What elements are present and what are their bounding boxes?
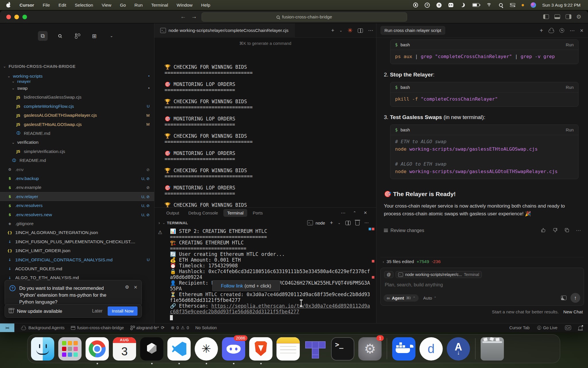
attach-image-icon[interactable] (561, 296, 566, 300)
tree-item-readme-md[interactable]: ⓘREADME.md (0, 156, 154, 165)
cloud-icon[interactable] (548, 29, 554, 33)
toast-close-icon[interactable]: × (134, 284, 138, 290)
battery-icon[interactable] (471, 2, 480, 8)
toggle-bottom-panel-icon[interactable] (554, 14, 560, 19)
tree-item--env-resolvers[interactable]: $.env.resolversU, ⊘ (0, 201, 154, 210)
context-chip-terminal[interactable]: >_ node working-scripts/relayer/c... Ter… (396, 271, 482, 278)
kill-terminal-icon[interactable] (355, 221, 359, 225)
shell-name[interactable]: node (316, 221, 325, 225)
panel-tab-output[interactable]: Output (163, 209, 183, 217)
tab-terminal-output[interactable]: >_ node working-scripts/relayer/complete… (154, 23, 295, 38)
editor-more-actions-icon[interactable]: ⋯ (368, 27, 373, 34)
split-editor-icon[interactable] (358, 28, 363, 33)
panel-more-icon[interactable]: ⋯ (341, 210, 345, 216)
warning-icon[interactable]: ⚠ (158, 229, 162, 235)
panel-tab-terminal[interactable]: Terminal (223, 209, 247, 217)
dock-app-discord[interactable]: 2086 (222, 337, 245, 361)
copilot-icon[interactable] (448, 2, 454, 8)
new-tab-icon[interactable]: + (331, 28, 334, 34)
dock-app-finder[interactable] (31, 337, 54, 361)
window-titlebar[interactable]: ← → fusion-cross-chain-bridge ⚙ (0, 11, 588, 23)
menu-item-run[interactable]: Run (130, 0, 147, 10)
thumbs-down-icon[interactable] (552, 227, 558, 233)
toggle-left-sidebar-icon[interactable] (543, 14, 549, 19)
tree-item-gaslessalgotoethswaprelayer-cjs[interactable]: JSgaslessALGOtoETHSwapRelayer.cjsM (0, 111, 154, 120)
new-chat-icon[interactable]: + (540, 27, 543, 34)
close-traffic-light[interactable] (6, 15, 11, 19)
thumbs-up-icon[interactable] (541, 227, 546, 233)
dock-app-settings[interactable]: ⚙1 (358, 337, 382, 361)
run-button[interactable]: Run (566, 85, 574, 90)
menu-item-help[interactable]: Help (197, 0, 214, 10)
panel-close-icon[interactable]: × (364, 210, 367, 216)
dock-app-docker[interactable] (392, 337, 415, 361)
spotlight-icon[interactable] (498, 2, 504, 8)
tree-item--env-resolvers-new[interactable]: $.env.resolvers.newU, ⊘ (0, 210, 154, 219)
notifications-bell-icon[interactable] (579, 326, 582, 330)
menu-item-edit[interactable]: Edit (54, 0, 71, 10)
problems-item[interactable]: ⊗0⚠0 (171, 325, 189, 330)
tree-item--env-backup[interactable]: $.env.backupU, ⊘ (0, 174, 154, 183)
model-selector[interactable]: Auto⌃ (423, 296, 436, 300)
tree-item--env-relayer[interactable]: $.env.relayerU, ⊘ (0, 192, 154, 201)
tree-item--gitignore[interactable]: ◈.gitignore (0, 219, 154, 228)
new-terminal-icon[interactable]: + (330, 220, 333, 226)
mention-chip[interactable]: @ (384, 271, 393, 278)
tree-item-simpleverification-cjs[interactable]: JSsimpleVerification.cjs (0, 147, 154, 156)
run-button[interactable]: Run (566, 127, 574, 132)
panel-maximize-icon[interactable]: ⌃ (353, 210, 356, 215)
editor-terminal-view[interactable]: ⌘K to generate a command 🏆 CHECKING FOR … (154, 38, 376, 207)
control-center-icon[interactable] (510, 2, 515, 8)
maximize-traffic-light[interactable] (22, 15, 27, 19)
install-now-button[interactable]: Install Now (108, 306, 138, 316)
chat-tab[interactable]: Run cross chain relayer script (380, 26, 445, 35)
toast-gear-icon[interactable]: ⚙ (125, 284, 129, 290)
background-agents-item[interactable]: Background Agents (21, 325, 65, 330)
tree-item-1inch-limit-order-json[interactable]: {}1INCH_LIMIT_ORDER.json (0, 246, 154, 255)
workspace-item[interactable]: fusion-cross-chain-bridge (71, 325, 124, 330)
terminal-more-icon[interactable]: ⋯ (364, 220, 369, 225)
go-live-item[interactable]: Go Live (537, 325, 558, 330)
update-toast[interactable]: New update available Later Install Now (5, 304, 142, 318)
chat-close-icon[interactable]: × (580, 27, 583, 34)
python-extension-toast[interactable]: ? Do you want to install the recommended… (5, 280, 142, 306)
menu-item-view[interactable]: View (97, 0, 115, 10)
chevron-down-icon[interactable]: ⌄ (107, 31, 117, 41)
back-icon[interactable]: ← (180, 13, 186, 20)
dock-app-launchpad[interactable] (58, 337, 82, 361)
dock-app-calendar[interactable]: AUG3 (113, 337, 136, 361)
terminal-dropdown-icon[interactable]: ⌄ (338, 221, 341, 225)
history-icon[interactable] (560, 28, 564, 33)
tree-item-gaslessethtoalgoswap-cjs[interactable]: JSgaslessETHtoALGOSwap.cjsM (0, 120, 154, 129)
record-icon[interactable] (413, 2, 418, 8)
code-block-body[interactable]: # ETH to ALGO swapnode working-scripts/s… (390, 135, 578, 179)
run-button[interactable]: Run (566, 42, 574, 47)
tree-item-swap[interactable]: ⌄swap• (0, 84, 154, 93)
later-button[interactable]: Later (92, 308, 102, 314)
remote-indicator[interactable]: >< (0, 323, 14, 332)
tree-item-verification[interactable]: ⌄verification (0, 138, 154, 147)
no-solution-item[interactable]: No Solution (195, 325, 217, 330)
tree-item--env[interactable]: ⚙.env⊘ (0, 165, 154, 174)
dock-app-tetris[interactable] (304, 337, 327, 361)
dock-app-terminal[interactable]: >_ (331, 337, 354, 361)
chat-conversation[interactable]: $bashRunps aux | grep "completeCrossChai… (384, 38, 581, 245)
tab-dropdown-icon[interactable]: ⌄ (339, 28, 342, 32)
panel-tab-debug-console[interactable]: Debug Console (185, 209, 222, 217)
workspace-search-bar[interactable]: fusion-cross-chain-bridge (202, 12, 407, 22)
dock-app-dash[interactable]: d (419, 337, 443, 361)
dock-app-chrome[interactable] (86, 337, 109, 361)
forward-icon[interactable]: → (191, 13, 197, 20)
tree-item-1inch-official-contracts-analysis-md[interactable]: ↓1INCH_OFFICIAL_CONTRACTS_ANALYSIS.mdU (0, 255, 154, 264)
settings-gear-icon[interactable]: ⚙ (576, 13, 581, 20)
terminal-collapse-icon[interactable]: ⌄ (163, 221, 165, 225)
panel-tab-ports[interactable]: Ports (249, 209, 266, 217)
review-changes-label[interactable]: Review changes (390, 228, 424, 233)
menu-item-window[interactable]: Window (172, 0, 197, 10)
moon-icon[interactable] (460, 2, 465, 8)
dock-app-vscode[interactable] (167, 337, 191, 361)
chat-more-icon[interactable]: ⋯ (570, 28, 575, 34)
git-branch-item[interactable]: alogrand-fe*⟳ (130, 325, 165, 330)
source-control-icon[interactable] (72, 31, 82, 41)
code-block-body[interactable]: ps aux | grep "completeCrossChainRelayer… (390, 50, 578, 64)
